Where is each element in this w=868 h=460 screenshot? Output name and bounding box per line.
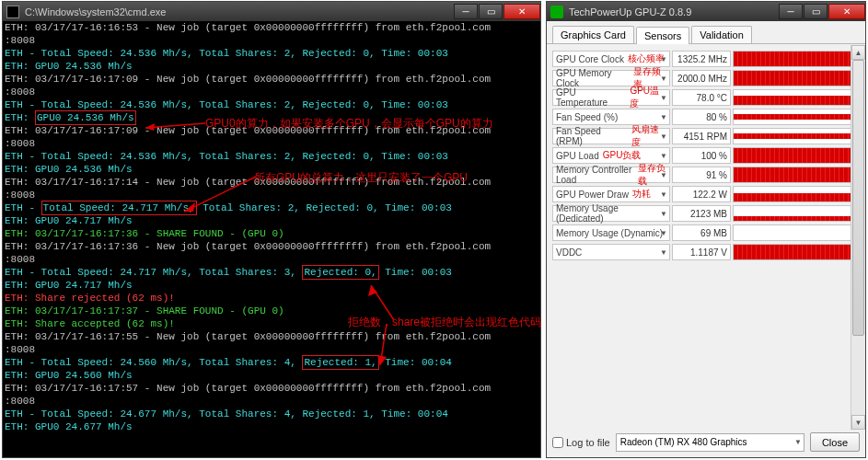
scrollbar[interactable]: ▲ ▼ xyxy=(851,45,865,430)
chevron-down-icon: ▼ xyxy=(660,113,667,121)
sensor-row: VDDC▼1.1187 V xyxy=(552,243,860,261)
sensor-row: Memory Usage (Dynamic)▼69 MB xyxy=(552,224,860,242)
scroll-up-icon[interactable]: ▲ xyxy=(851,45,865,60)
sensor-graph xyxy=(733,167,860,183)
sensor-name[interactable]: VDDC▼ xyxy=(552,244,670,260)
sensor-value: 78.0 °C xyxy=(672,89,731,106)
gpuz-icon xyxy=(550,6,563,18)
device-name: Radeon (TM) RX 480 Graphics xyxy=(620,437,747,447)
terminal-line: ETH - Total Speed: 24.560 Mh/s, Total Sh… xyxy=(5,356,538,369)
tab-sensors[interactable]: Sensors xyxy=(636,27,689,44)
chevron-down-icon: ▼ xyxy=(660,55,667,63)
sensor-name[interactable]: Memory Controller Load显存负载▼ xyxy=(552,167,670,183)
sensor-row: GPU LoadGPU负载▼100 % xyxy=(552,146,860,165)
sensor-row: Fan Speed (%)▼80 % xyxy=(552,108,860,126)
cmd-icon xyxy=(6,6,19,18)
chevron-down-icon: ▼ xyxy=(660,94,667,102)
minimize-button[interactable]: ─ xyxy=(779,4,803,19)
sensor-graph xyxy=(733,205,860,222)
chevron-down-icon: ▼ xyxy=(660,132,667,141)
maximize-button[interactable]: ▭ xyxy=(804,4,827,19)
close-button[interactable]: Close xyxy=(810,432,860,452)
terminal-line: ETH - Total Speed: 24.536 Mh/s, Total Sh… xyxy=(5,98,538,111)
sensor-value: 122.2 W xyxy=(672,186,731,202)
terminal-line: ETH: 03/17/17-16:17:57 - New job (target… xyxy=(5,382,538,408)
annotation-gpu0: GPU0的算力，如果安装多个GPU，会显示每个GPU的算力 xyxy=(205,116,493,132)
close-button[interactable]: ✕ xyxy=(828,4,865,19)
sensor-graph xyxy=(733,186,860,202)
terminal-line: ETH: GPU0 24.717 Mh/s xyxy=(5,214,538,227)
terminal-line: ETH - Total Speed: 24.677 Mh/s, Total Sh… xyxy=(5,408,538,420)
sensor-row: GPU Core Clock核心频率▼1325.2 MHz xyxy=(552,50,860,68)
terminal-line: ETH: GPU0 24.560 Mh/s xyxy=(5,369,538,382)
chevron-down-icon: ▼ xyxy=(660,190,667,199)
device-combo[interactable]: Radeon (TM) RX 480 Graphics ▼ xyxy=(616,433,804,452)
sensor-list: GPU Core Clock核心频率▼1325.2 MHzGPU Memory … xyxy=(547,44,865,261)
sensor-row: Memory Usage (Dedicated)▼2123 MB xyxy=(552,204,860,223)
sensor-name[interactable]: Memory Usage (Dedicated)▼ xyxy=(552,205,670,222)
scroll-down-icon[interactable]: ▼ xyxy=(851,415,865,430)
sensor-row: Fan Speed (RPM)风扇速度▼4151 RPM xyxy=(552,127,860,145)
sensor-name[interactable]: GPU Power Draw功耗▼ xyxy=(552,186,670,202)
sensor-graph xyxy=(733,244,860,260)
sensor-value: 2123 MB xyxy=(672,205,731,222)
sensor-annotation: 功耗 xyxy=(632,188,651,201)
tab-validation[interactable]: Validation xyxy=(691,26,752,43)
sensor-graph xyxy=(733,89,860,106)
log-to-file-checkbox[interactable]: Log to file xyxy=(552,437,610,448)
sensor-value: 69 MB xyxy=(672,224,731,241)
chevron-down-icon: ▼ xyxy=(660,75,667,83)
sensor-graph xyxy=(733,109,860,125)
sensor-annotation: GPU负载 xyxy=(603,149,642,162)
sensor-graph xyxy=(733,128,860,144)
chevron-down-icon: ▼ xyxy=(660,229,667,237)
terminal-line: ETH: Share rejected (62 ms)! xyxy=(5,292,538,305)
gpuz-title: TechPowerUp GPU-Z 0.8.9 xyxy=(567,6,778,17)
sensor-graph xyxy=(733,70,860,86)
maximize-button[interactable]: ▭ xyxy=(479,4,503,19)
terminal-line: ETH: GPU0 24.536 Mh/s xyxy=(5,60,538,73)
scroll-thumb[interactable] xyxy=(852,60,864,336)
cmd-titlebar[interactable]: C:\Windows\system32\cmd.exe ─ ▭ ✕ xyxy=(3,2,540,21)
sensor-value: 91 % xyxy=(672,167,731,183)
sensor-row: Memory Controller Load显存负载▼91 % xyxy=(552,166,860,184)
terminal-line: ETH: GPU0 24.677 Mh/s xyxy=(5,420,538,433)
sensor-value: 4151 RPM xyxy=(672,128,731,144)
sensor-value: 2000.0 MHz xyxy=(672,70,731,86)
terminal-line: ETH - Total Speed: 24.717 Mh/s, Total Sh… xyxy=(5,266,538,279)
chevron-down-icon: ▼ xyxy=(660,171,667,179)
sensor-value: 1.1187 V xyxy=(672,244,731,260)
terminal-line: ETH - Total Speed: 24.717 Mh/s, Total Sh… xyxy=(5,201,538,214)
sensor-value: 100 % xyxy=(672,147,731,164)
minimize-button[interactable]: ─ xyxy=(454,4,478,19)
sensor-name[interactable]: Memory Usage (Dynamic)▼ xyxy=(552,224,670,241)
gpuz-titlebar[interactable]: TechPowerUp GPU-Z 0.8.9 ─ ▭ ✕ xyxy=(547,2,865,21)
log-label: Log to file xyxy=(566,437,610,448)
chevron-down-icon: ▼ xyxy=(660,248,667,257)
sensor-value: 80 % xyxy=(672,109,731,125)
sensor-row: GPU Power Draw功耗▼122.2 W xyxy=(552,185,860,203)
terminal-line: ETH: GPU0 24.717 Mh/s xyxy=(5,279,538,292)
terminal-output[interactable]: ETH: 03/17/17-16:16:53 - New job (target… xyxy=(3,21,540,457)
terminal-line: ETH: 03/17/17-16:17:55 - New job (target… xyxy=(5,330,538,356)
terminal-line: ETH: 03/17/17-16:17:36 - New job (target… xyxy=(5,240,538,266)
chevron-down-icon: ▼ xyxy=(660,152,667,160)
sensor-row: GPU Memory Clock显存频率▼2000.0 MHz xyxy=(552,69,860,87)
terminal-line: ETH: 03/17/17-16:17:36 - SHARE FOUND - (… xyxy=(5,227,538,240)
sensor-graph xyxy=(733,224,860,241)
sensor-graph xyxy=(733,147,860,164)
tab-bar: Graphics Card Sensors Validation xyxy=(547,21,865,44)
terminal-line: ETH: 03/17/17-16:17:09 - New job (target… xyxy=(5,73,538,98)
sensor-name[interactable]: Fan Speed (RPM)风扇速度▼ xyxy=(552,128,670,144)
chevron-down-icon: ▼ xyxy=(794,438,802,446)
terminal-line: ETH - Total Speed: 24.536 Mh/s, Total Sh… xyxy=(5,47,538,60)
chevron-down-icon: ▼ xyxy=(660,210,667,218)
terminal-line: ETH - Total Speed: 24.536 Mh/s, Total Sh… xyxy=(5,150,538,163)
sensor-name[interactable]: GPU TemperatureGPU温度▼ xyxy=(552,89,670,106)
sensor-row: GPU TemperatureGPU温度▼78.0 °C xyxy=(552,88,860,107)
close-button[interactable]: ✕ xyxy=(503,4,540,19)
tab-graphics-card[interactable]: Graphics Card xyxy=(552,26,634,43)
log-checkbox-input[interactable] xyxy=(552,437,563,448)
annotation-total: 所有GPU的总算力，这里只安装了一个GPU xyxy=(254,170,468,186)
sensor-graph xyxy=(733,51,860,67)
